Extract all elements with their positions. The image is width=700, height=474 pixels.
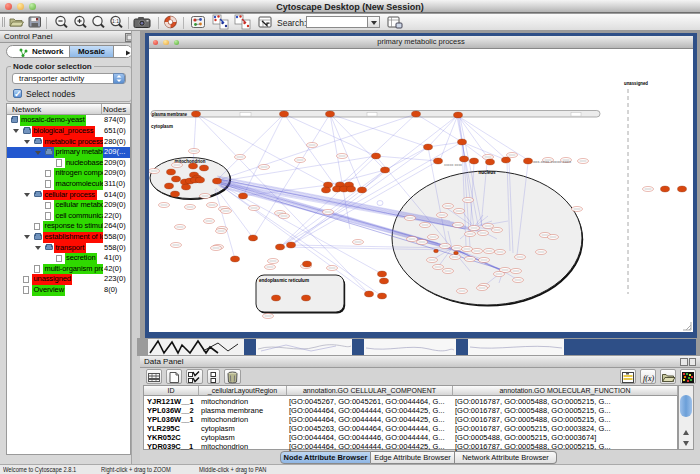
svg-text:endoplasmic reticulum: endoplasmic reticulum bbox=[259, 277, 309, 283]
svg-text:plasma membrane: plasma membrane bbox=[152, 111, 187, 117]
svg-text:xxxxx xxxx: xxxxx xxxx bbox=[444, 163, 462, 167]
svg-text:cytoplasm: cytoplasm bbox=[151, 123, 173, 129]
svg-text:1:1: 1:1 bbox=[112, 18, 119, 24]
svg-text:unassigned: unassigned bbox=[624, 80, 648, 86]
svg-text:xxx-xxxx-xxxxx-xxxx: xxx-xxxx-xxxxx-xxxx bbox=[533, 159, 571, 164]
svg-text:nucleus: nucleus bbox=[479, 169, 496, 175]
svg-text:f(x): f(x) bbox=[643, 374, 654, 383]
